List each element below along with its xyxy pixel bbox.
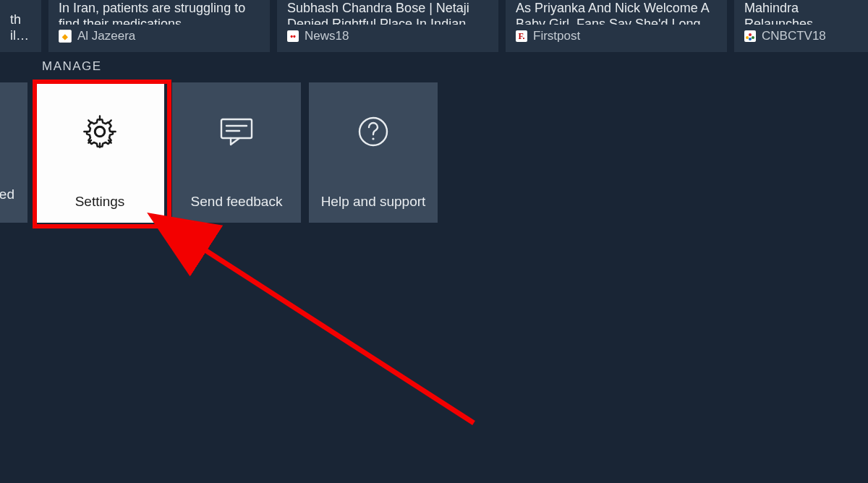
tile-label: Settings [68,194,132,210]
svg-point-2 [752,36,754,39]
svg-point-10 [372,137,374,140]
news-title: th il… [10,12,31,43]
svg-point-3 [749,38,752,40]
svg-point-0 [746,36,749,39]
tile-label: Send feedback [184,194,290,210]
news-source-label: News18 [305,29,349,43]
news-source-label: Firstpost [533,29,580,43]
news-source: CNBCTV18 [744,29,861,43]
svg-rect-6 [221,119,252,138]
cnbc-icon [744,30,756,42]
news-source: F. Firstpost [516,29,717,43]
svg-point-5 [95,127,105,137]
svg-line-12 [190,240,474,423]
manage-tile-help[interactable]: Help and support [309,82,438,223]
news-source-label: CNBCTV18 [762,29,826,43]
manage-tile-partial-left[interactable]: ed [0,82,27,223]
help-icon [354,113,392,150]
manage-tile-feedback[interactable]: Send feedback [172,82,301,223]
aljazeera-icon: ◆ [59,30,72,43]
news-card-aljazeera[interactable]: In Iran, patients are struggling to find… [48,0,270,52]
manage-row: ed Settings [0,82,438,223]
news-row: th il… In Iran, patients are struggling … [0,0,868,52]
svg-point-1 [749,33,752,36]
news-source-label: Al Jazeera [77,29,135,43]
feedback-icon [218,113,255,150]
news-title: Subhash Chandra Bose | Netaji Denied Rig… [287,0,488,25]
tile-label: ed [0,187,22,202]
tile-label: Help and support [314,194,433,210]
firstpost-icon: F. [516,30,527,42]
news-card-partial-left[interactable]: th il… [0,0,41,52]
annotation-arrow-icon [159,217,506,448]
news-title: In Iran, patients are struggling to find… [59,0,260,25]
news18-icon: •• [287,30,299,42]
manage-tile-settings[interactable]: Settings [35,82,164,223]
gear-icon [81,113,119,150]
news-source: ◆ Al Jazeera [59,29,260,43]
news-card-cnbc[interactable]: Mahindra Relaunches Roadster: Know The S… [734,0,868,52]
news-card-news18[interactable]: Subhash Chandra Bose | Netaji Denied Rig… [277,0,498,52]
news-title: Mahindra Relaunches Roadster: Know The S [744,0,861,25]
news-card-firstpost[interactable]: As Priyanka And Nick Welcome A Baby Girl… [506,0,727,52]
news-source: •• News18 [287,29,488,43]
news-title: As Priyanka And Nick Welcome A Baby Girl… [516,0,717,25]
section-heading-manage: MANAGE [42,59,102,74]
